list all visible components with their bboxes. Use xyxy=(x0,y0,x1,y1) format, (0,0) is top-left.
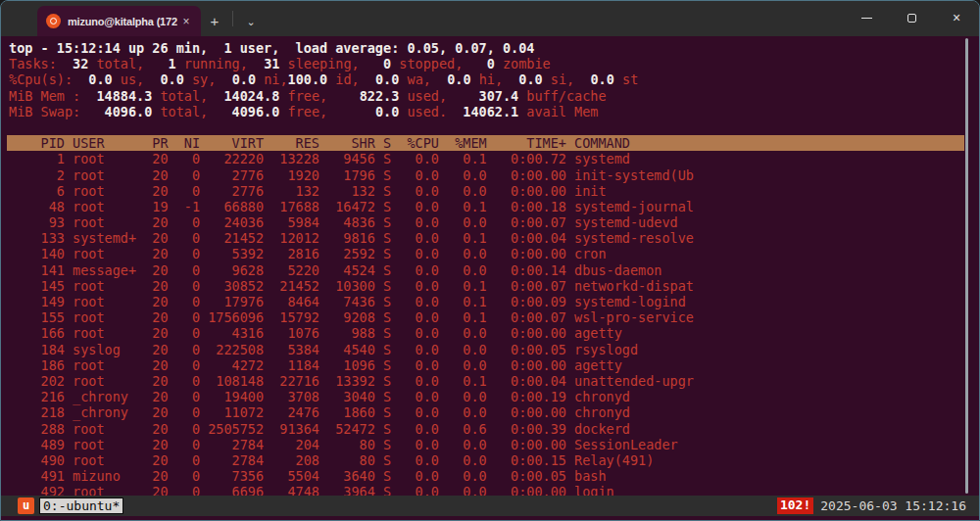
scrollbar-thumb[interactable] xyxy=(965,38,968,494)
process-row: 145 root 20 0 30852 21452 10300 S 0.0 0.… xyxy=(9,278,979,294)
top-process-table: PID USER PR NI VIRT RES SHR S %CPU %MEM … xyxy=(9,135,979,496)
terminal-line xyxy=(9,119,979,135)
terminal-content[interactable]: top - 15:12:14 up 26 min, 1 user, load a… xyxy=(1,36,979,496)
close-button[interactable]: × xyxy=(934,1,979,34)
process-row: 184 syslog 20 0 222508 5384 4540 S 0.0 0… xyxy=(9,342,979,357)
updates-alert-badge: 102! xyxy=(777,497,813,514)
process-row: 490 root 20 0 2784 208 80 S 0.0 0.0 0:00… xyxy=(9,452,979,468)
process-row: 140 root 20 0 5392 2816 2592 S 0.0 0.0 0… xyxy=(9,246,979,261)
session-window-label[interactable]: 0:-ubuntu* xyxy=(39,497,123,514)
process-row: 93 root 20 0 24036 5984 4836 S 0.0 0.0 0… xyxy=(9,214,979,230)
tab-ubuntu-session[interactable]: mizuno@kitalpha (172.31.37.42 × xyxy=(37,6,201,36)
process-row: 6 root 20 0 2776 132 132 S 0.0 0.0 0:00.… xyxy=(9,183,979,199)
process-row: 2 root 20 0 2776 1920 1796 S 0.0 0.0 0:0… xyxy=(9,167,979,183)
terminal-line: Tasks: 32 total, 1 running, 31 sleeping,… xyxy=(9,56,979,71)
top-summary: top - 15:12:14 up 26 min, 1 user, load a… xyxy=(9,40,979,135)
table-header-row: PID USER PR NI VIRT RES SHR S %CPU %MEM … xyxy=(7,135,964,151)
window-controls: × xyxy=(844,1,979,34)
tabbar-divider xyxy=(232,11,233,26)
ubuntu-logo-icon xyxy=(46,14,61,28)
process-row: 491 mizuno 20 0 7356 5504 3640 S 0.0 0.0… xyxy=(9,468,979,484)
process-row: 492 root 20 0 6696 4748 3964 S 0.0 0.0 0… xyxy=(9,484,979,496)
statusbar-datetime: 2025-06-03 15:12:16 xyxy=(820,498,966,513)
tab-dropdown-button[interactable]: ⌄ xyxy=(237,7,265,36)
process-row: 166 root 20 0 4316 1076 988 S 0.0 0.0 0:… xyxy=(9,325,979,341)
screen-statusbar: u 0:-ubuntu* 102! 2025-06-03 15:12:16 xyxy=(1,496,979,516)
new-tab-button[interactable]: + xyxy=(201,7,228,36)
process-row: 288 root 20 0 2505752 91364 52472 S 0.0 … xyxy=(9,421,979,437)
ubuntu-badge: u xyxy=(18,497,34,514)
process-row: 48 root 19 -1 66880 17688 16472 S 0.0 0.… xyxy=(9,199,979,214)
process-row: 218 _chrony 20 0 11072 2476 1860 S 0.0 0… xyxy=(9,404,979,420)
terminal-line: top - 15:12:14 up 26 min, 1 user, load a… xyxy=(9,40,979,56)
process-row: 149 root 20 0 17976 8464 7436 S 0.0 0.1 … xyxy=(9,294,979,309)
process-row: 141 message+ 20 0 9628 5220 4524 S 0.0 0… xyxy=(9,262,979,278)
terminal-line: MiB Mem : 14884.3 total, 14024.8 free, 8… xyxy=(9,88,979,104)
maximize-icon xyxy=(907,14,916,23)
maximize-button[interactable] xyxy=(889,1,934,34)
terminal-window: mizuno@kitalpha (172.31.37.42 × + ⌄ × to… xyxy=(0,0,980,521)
process-row: 216 _chrony 20 0 19400 3708 3040 S 0.0 0… xyxy=(9,389,979,404)
tab-title: mizuno@kitalpha (172.31.37.42 xyxy=(68,16,177,27)
process-row: 489 root 20 0 2784 204 80 S 0.0 0.0 0:00… xyxy=(9,437,979,452)
process-row: 202 root 20 0 108148 22716 13392 S 0.0 0… xyxy=(9,373,979,389)
tab-close-icon[interactable]: × xyxy=(177,13,195,30)
process-row: 186 root 20 0 4272 1184 1096 S 0.0 0.0 0… xyxy=(9,357,979,373)
minimize-button[interactable] xyxy=(844,1,889,34)
terminal-line: MiB Swap: 4096.0 total, 4096.0 free, 0.0… xyxy=(9,104,979,119)
window-bottom-strip xyxy=(1,516,979,520)
process-row: 155 root 20 0 1756096 15792 9208 S 0.0 0… xyxy=(9,309,979,325)
minimize-icon xyxy=(861,18,872,19)
process-row: 133 systemd+ 20 0 21452 12012 9816 S 0.0… xyxy=(9,230,979,246)
process-row: 1 root 20 0 22220 13228 9456 S 0.0 0.1 0… xyxy=(9,151,979,166)
statusbar-right: 102! 2025-06-03 15:12:16 xyxy=(777,497,966,514)
titlebar[interactable]: mizuno@kitalpha (172.31.37.42 × + ⌄ × xyxy=(1,1,979,36)
terminal-line: %Cpu(s): 0.0 us, 0.0 sy, 0.0 ni,100.0 id… xyxy=(9,71,979,87)
